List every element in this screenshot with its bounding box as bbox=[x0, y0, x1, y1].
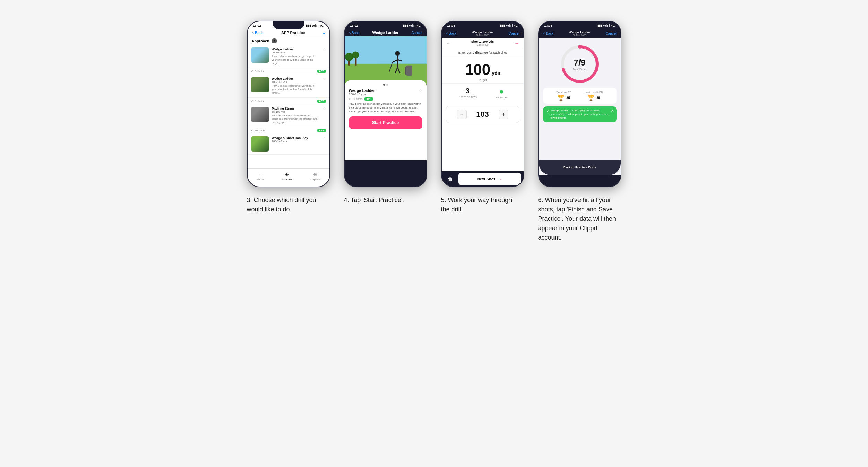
capture-icon: ⊕ bbox=[313, 172, 317, 177]
stat-diff-label: Difference (yds) bbox=[458, 95, 477, 98]
drill-desc-2: Play 1 shot at each target yardage. If y… bbox=[272, 84, 320, 94]
caption-4: 6. When you've hit all your shots, tap '… bbox=[538, 196, 618, 242]
toast-close-button[interactable]: ✕ bbox=[611, 109, 614, 113]
tab-home-1[interactable]: ⌂ Home bbox=[256, 172, 264, 181]
score-main: 7/9 bbox=[573, 58, 586, 68]
increment-button[interactable]: + bbox=[499, 110, 508, 119]
phone-section-4: 13:03 ▮▮▮ WiFi 4G < Back Wedge Ladder 06… bbox=[538, 21, 621, 242]
drill-thumb-2 bbox=[251, 77, 269, 92]
prev-arrow[interactable]: ← bbox=[446, 41, 451, 46]
svg-point-3 bbox=[395, 51, 400, 56]
star-icon-p2[interactable]: ☆ bbox=[419, 88, 422, 93]
input-row[interactable]: − 103 + bbox=[446, 106, 519, 123]
phone-screen-1: 13:02 ▮▮▮ WiFi 4G < Back APP Practice ≡ … bbox=[248, 21, 329, 187]
p4-nav-title: Wedge Ladder bbox=[569, 31, 590, 34]
cancel-button-3[interactable]: Cancel bbox=[508, 32, 519, 35]
back-button-4[interactable]: < Back bbox=[543, 32, 554, 35]
svg-point-13 bbox=[352, 51, 359, 58]
score-text: 7/9 Total Score bbox=[573, 58, 586, 71]
svg-rect-14 bbox=[406, 66, 412, 76]
shots-info-3: ⏱ 10 shots bbox=[251, 129, 265, 132]
p2-drill-desc: Play 1 shot at each target yardage. If y… bbox=[349, 102, 422, 114]
app-badge-3: APP bbox=[317, 129, 326, 132]
nav-bar-4: < Back Wedge Ladder 06 Mar 2023 Cancel bbox=[539, 29, 621, 38]
p4-content: 7/9 Total Score Previous PB 🏆 -/9 bbox=[539, 38, 621, 175]
golf-image-2 bbox=[345, 36, 427, 85]
tab-capture-1[interactable]: ⊕ Capture bbox=[310, 172, 320, 181]
stat-hit-label: Hit Target bbox=[496, 96, 507, 99]
p2-drill-range: 100-140 yds bbox=[349, 93, 375, 96]
app-badge-2: APP bbox=[317, 100, 326, 103]
back-drills-bar[interactable]: Back to Practice Drills bbox=[539, 160, 621, 175]
activities-icon: ◈ bbox=[285, 172, 289, 177]
phone-section-3: 13:03 ▮▮▮ WiFi 4G < Back Wedge Ladder 06… bbox=[441, 21, 524, 214]
toast-text: 'Wedge Ladder (100-140 yds)' was created… bbox=[551, 109, 610, 120]
target-number: 100 bbox=[465, 61, 490, 78]
phone-notch-2 bbox=[370, 21, 401, 29]
status-time-2: 13:02 bbox=[350, 24, 358, 27]
drill-card-4[interactable]: Wedge & Short Iron Play 100-140 yds ☆ bbox=[248, 133, 329, 155]
start-practice-button[interactable]: Start Practice bbox=[349, 116, 422, 129]
star-icon-3[interactable]: ☆ bbox=[323, 107, 326, 111]
dot-2 bbox=[386, 84, 388, 86]
status-time-4: 13:03 bbox=[544, 24, 552, 27]
phone-frame-1: 13:02 ▮▮▮ WiFi 4G < Back APP Practice ≡ … bbox=[247, 21, 330, 187]
star-icon-2[interactable]: ☆ bbox=[323, 77, 326, 81]
carry-instruction: Enter carry distance for each shot bbox=[442, 49, 524, 57]
drill-thumb-4 bbox=[251, 136, 269, 152]
phone-notch-1 bbox=[273, 21, 304, 29]
nav-bar-2: < Back Wedge Ladder Cancel bbox=[345, 29, 427, 36]
drill-card-1[interactable]: Wedge Ladder 50-100 yds Play 1 shot at e… bbox=[248, 45, 329, 68]
target-label: Target bbox=[442, 78, 524, 82]
back-button-3[interactable]: < Back bbox=[446, 32, 457, 35]
nav-bar-3: < Back Wedge Ladder 06 Mar 2023 Cancel bbox=[442, 29, 524, 38]
drill-desc-1: Play 1 shot at each target yardage. If y… bbox=[272, 55, 320, 65]
next-shot-arrow: → bbox=[497, 176, 502, 182]
cancel-button-4[interactable]: Cancel bbox=[605, 32, 616, 35]
stats-row: 3 Difference (yds) ● Hit Target bbox=[442, 83, 524, 103]
cancel-button-2[interactable]: Cancel bbox=[411, 31, 422, 35]
phone-screen-3: 13:03 ▮▮▮ WiFi 4G < Back Wedge Ladder 06… bbox=[442, 21, 524, 187]
menu-button-1[interactable]: ≡ bbox=[323, 31, 325, 35]
next-shot-button[interactable]: Next Shot → bbox=[458, 173, 521, 185]
nav-title-2: Wedge Ladder bbox=[372, 31, 399, 35]
pb-prev-value: -/9 bbox=[566, 96, 570, 100]
next-arrow[interactable]: → bbox=[515, 41, 519, 46]
next-shot-bar: 🗑 Next Shot → bbox=[442, 171, 524, 187]
stat-hit-value: ● bbox=[496, 87, 507, 96]
tab-activities-1[interactable]: ◈ Activities bbox=[282, 172, 293, 181]
stat-diff-value: 3 bbox=[458, 87, 477, 95]
pb-month-label: Last month PB bbox=[585, 90, 603, 94]
pb-previous: Previous PB 🏆 -/9 bbox=[556, 90, 571, 101]
drill-title-4: Wedge & Short Iron Play bbox=[272, 136, 320, 140]
svg-point-18 bbox=[578, 45, 582, 49]
drill-title-3: Pitching String bbox=[272, 107, 320, 110]
phone-frame-4: 13:03 ▮▮▮ WiFi 4G < Back Wedge Ladder 06… bbox=[538, 21, 621, 187]
drill-footer-1: ⏱ 9 shots APP bbox=[248, 69, 329, 74]
drill-list-1: Wedge Ladder 50-100 yds Play 1 shot at e… bbox=[248, 45, 329, 155]
signal-icon-1: ▮▮▮ bbox=[306, 24, 311, 27]
back-button-1[interactable]: < Back bbox=[252, 31, 264, 35]
decrement-button[interactable]: − bbox=[457, 110, 467, 119]
drill-card-3[interactable]: Pitching String 55-100 yds Hit 1 shot at… bbox=[248, 104, 329, 127]
star-icon-1[interactable]: ☆ bbox=[323, 47, 326, 51]
success-toast: ✓ 'Wedge Ladder (100-140 yds)' was creat… bbox=[543, 106, 617, 122]
delete-button[interactable]: 🗑 bbox=[443, 172, 457, 186]
tab-bar-1: ⌂ Home ◈ Activities ⊕ Capture bbox=[248, 168, 329, 187]
drill-range-4: 100-140 yds bbox=[272, 140, 320, 143]
phone-frame-2: 13:02 ▮▮▮ WiFi 4G < Back Wedge Ladder Ca… bbox=[344, 21, 427, 187]
p2-content: Wedge Ladder 100-140 yds ☆ ⏱ 9 shots APP… bbox=[345, 80, 427, 160]
back-button-2[interactable]: < Back bbox=[349, 31, 360, 35]
star-icon-4[interactable]: ☆ bbox=[323, 136, 326, 140]
phone-screen-4: 13:03 ▮▮▮ WiFi 4G < Back Wedge Ladder 06… bbox=[539, 21, 621, 187]
clock-icon-3: ⏱ bbox=[251, 129, 254, 132]
dots-indicator bbox=[349, 84, 422, 86]
drill-range-2: 100-140 yds bbox=[272, 80, 320, 84]
svg-rect-0 bbox=[345, 36, 427, 64]
drill-card-2[interactable]: Wedge Ladder 100-140 yds Play 1 shot at … bbox=[248, 74, 329, 97]
drill-title-1: Wedge Ladder bbox=[272, 47, 320, 51]
pb-prev-label: Previous PB bbox=[556, 90, 571, 94]
phone-section-2: 13:02 ▮▮▮ WiFi 4G < Back Wedge Ladder Ca… bbox=[344, 21, 427, 205]
target-display: 100 yds Target bbox=[442, 57, 524, 83]
p2-drill-title: Wedge Ladder bbox=[349, 88, 375, 93]
